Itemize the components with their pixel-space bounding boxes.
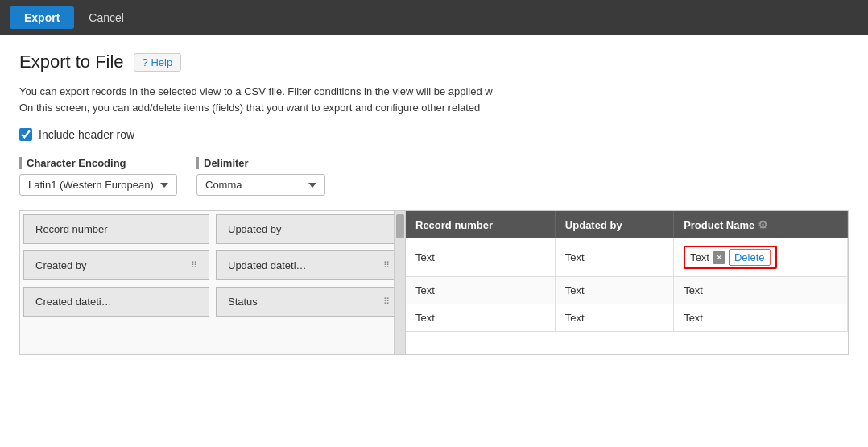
page-title-row: Export to File ? Help [19,52,849,72]
list-item[interactable]: Record number [23,214,209,244]
cell-updated-text: Text [555,238,673,277]
export-button[interactable]: Export [10,6,74,29]
description-line2: On this screen, you can add/delete items… [19,100,849,116]
cell-product-text: Text [674,304,848,332]
list-item[interactable]: Updated by [216,214,402,244]
list-item[interactable]: Updated dateti… ⠿ [216,250,402,280]
include-header-checkbox[interactable] [19,128,32,141]
cancel-button[interactable]: Cancel [81,6,132,29]
delimiter-label: Delimiter [196,157,325,169]
main-content: Export to File ? Help You can export rec… [0,35,868,447]
scroll-bar[interactable] [394,211,405,354]
export-table: Record number Updated by Product Name ⚙ … [406,211,848,332]
drag-handle-icon[interactable]: ⠿ [191,260,197,271]
delimiter-select[interactable]: Comma Tab Semicolon [196,174,325,196]
drag-handle-icon[interactable]: ⠿ [383,260,390,271]
delete-button[interactable]: Delete [729,249,771,266]
col-record-number: Record number [406,211,555,238]
character-encoding-select[interactable]: Latin1 (Western European) UTF-8 Shift-JI… [19,174,177,196]
drag-handle-icon[interactable]: ⠿ [383,296,390,307]
character-encoding-group: Character Encoding Latin1 (Western Europ… [19,157,177,196]
gear-icon[interactable]: ⚙ [758,218,768,231]
include-header-row: Include header row [19,128,849,141]
list-item[interactable]: Status ⠿ [216,287,402,317]
help-button[interactable]: ? Help [134,53,182,72]
col-updated-by: Updated by [555,211,673,238]
delete-x-icon[interactable]: ✕ [713,251,725,264]
col-product-name: Product Name ⚙ [674,211,847,238]
table-row: Text Text Text ✕ Delete [406,238,848,277]
cell-record-text: Text [406,304,555,332]
table-row: Text Text Text [406,277,848,304]
character-encoding-label: Character Encoding [19,157,177,169]
lower-section: Record number Updated by Created by ⠿ Up… [19,210,849,355]
cell-record-text: Text [406,277,555,304]
table-header-row: Record number Updated by Product Name ⚙ [406,211,848,238]
scroll-thumb[interactable] [396,214,404,238]
cell-updated-text: Text [555,304,673,332]
include-header-label: Include header row [39,128,134,141]
cell-product-delete: Text ✕ Delete [674,238,848,277]
field-list: Record number Updated by Created by ⠿ Up… [20,211,405,320]
description-line1: You can export records in the selected v… [19,84,849,100]
cell-record-text: Text [406,238,555,277]
table-panel: Record number Updated by Product Name ⚙ … [406,210,849,355]
page-title: Export to File [19,52,124,72]
settings-row: Character Encoding Latin1 (Western Europ… [19,157,849,196]
description: You can export records in the selected v… [19,84,849,115]
cell-updated-text: Text [555,277,673,304]
cell-product-text: Text [674,277,848,304]
delimiter-group: Delimiter Comma Tab Semicolon [196,157,325,196]
list-item[interactable]: Created dateti… [23,287,209,317]
field-list-panel: Record number Updated by Created by ⠿ Up… [19,210,406,355]
table-row: Text Text Text [406,304,848,332]
list-item[interactable]: Created by ⠿ [23,250,209,280]
delete-wrapper: Text ✕ Delete [684,246,776,269]
top-bar: Export Cancel [0,0,868,35]
